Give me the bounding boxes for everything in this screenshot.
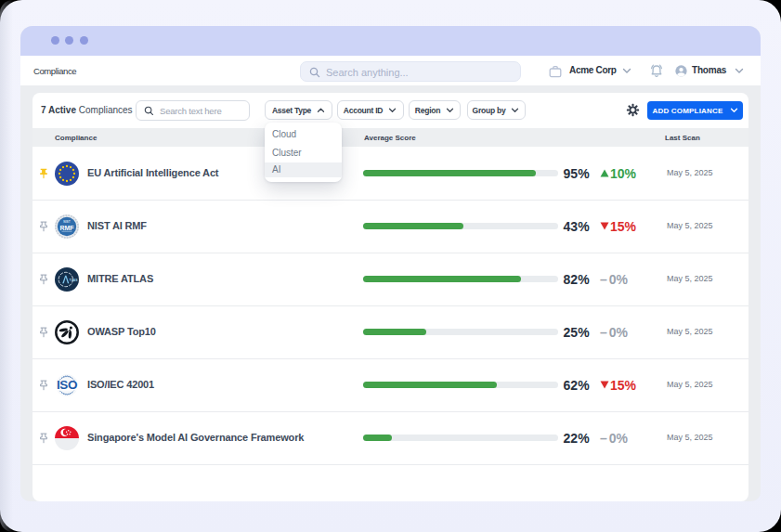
svg-text:TLAS: TLAS bbox=[70, 278, 79, 281]
svg-text:RMF: RMF bbox=[59, 224, 74, 230]
svg-text:ISO: ISO bbox=[57, 378, 77, 392]
svg-text:NIST: NIST bbox=[63, 220, 70, 224]
